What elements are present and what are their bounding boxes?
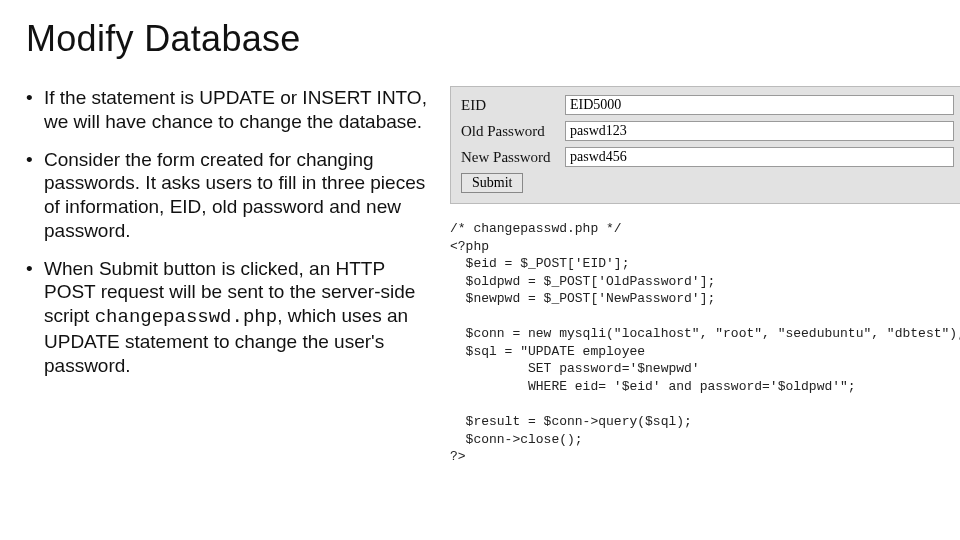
bullet-item: If the statement is UPDATE or INSERT INT… [26,86,436,134]
bullet-text-mono: changepasswd.php [95,306,277,328]
input-old-password[interactable] [565,121,954,141]
form-submit-row: Submit [461,173,954,193]
password-form: EID Old Password New Password Submit [450,86,960,204]
bullet-item: When Submit button is clicked, an HTTP P… [26,257,436,378]
code-line: $newpwd = $_POST['NewPassword']; [450,291,715,306]
label-eid: EID [461,97,565,114]
code-block: /* changepasswd.php */ <?php $eid = $_PO… [450,220,960,466]
code-line: $conn = new mysqli("localhost", "root", … [450,326,960,341]
content-columns: If the statement is UPDATE or INSERT INT… [26,86,934,466]
code-line: <?php [450,239,489,254]
input-new-password[interactable] [565,147,954,167]
label-new-password: New Password [461,149,565,166]
form-row-old-password: Old Password [461,121,954,141]
slide-title: Modify Database [26,18,934,60]
label-old-password: Old Password [461,123,565,140]
code-line: $result = $conn->query($sql); [450,414,692,429]
code-line: WHERE eid= '$eid' and password='$oldpwd'… [450,379,856,394]
code-line: /* changepasswd.php */ [450,221,622,236]
bullet-list: If the statement is UPDATE or INSERT INT… [26,86,436,377]
bullet-text: Consider the form created for changing p… [44,149,425,241]
submit-button[interactable]: Submit [461,173,523,193]
input-eid[interactable] [565,95,954,115]
code-line: $eid = $_POST['EID']; [450,256,629,271]
form-row-eid: EID [461,95,954,115]
code-line: $conn->close(); [450,432,583,447]
bullet-text: If the statement is UPDATE or INSERT INT… [44,87,427,132]
code-line: $sql = "UPDATE employee [450,344,645,359]
form-row-new-password: New Password [461,147,954,167]
code-line: SET password='$newpwd' [450,361,700,376]
code-line: $oldpwd = $_POST['OldPassword']; [450,274,715,289]
bullets-column: If the statement is UPDATE or INSERT INT… [26,86,436,466]
figure-column: EID Old Password New Password Submit /* … [450,86,960,466]
code-line: ?> [450,449,466,464]
slide: Modify Database If the statement is UPDA… [0,0,960,540]
bullet-item: Consider the form created for changing p… [26,148,436,243]
